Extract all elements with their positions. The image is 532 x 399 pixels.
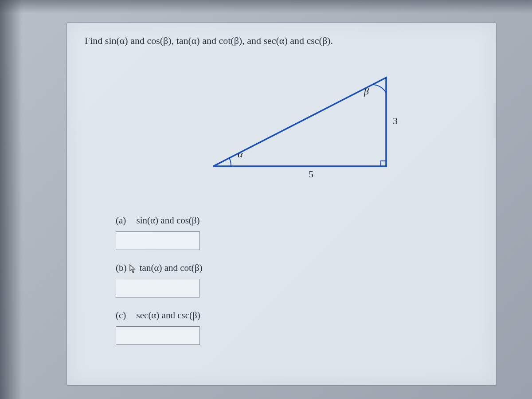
part-b-letter: (b) (116, 262, 127, 273)
part-c-input[interactable] (116, 326, 200, 345)
side-right-label: 3 (393, 115, 398, 127)
photo-edge-top (0, 0, 532, 13)
part-c-letter: (c) (116, 310, 126, 321)
subquestions: (a) sin(α) and cos(β) (b) tan(α) and cot… (116, 215, 478, 345)
part-a-text: sin(α) and cos(β) (137, 215, 200, 226)
part-a: (a) sin(α) and cos(β) (116, 215, 478, 250)
angle-beta-label: β (364, 86, 369, 97)
part-b-text: tan(α) and cot(β) (140, 262, 203, 273)
part-a-label: (a) sin(α) and cos(β) (116, 215, 200, 226)
part-c: (c) sec(α) and csc(β) (116, 310, 478, 345)
part-a-letter: (a) (116, 215, 126, 226)
triangle-figure: α β 5 3 (196, 69, 417, 193)
triangle-svg (196, 69, 417, 184)
part-c-text: sec(α) and csc(β) (137, 310, 200, 321)
angle-alpha-label: α (238, 149, 243, 160)
problem-panel: Find sin(α) and cos(β), tan(α) and cot(β… (66, 22, 497, 386)
part-b-input[interactable] (116, 279, 200, 297)
part-a-input[interactable] (116, 231, 200, 250)
part-c-label: (c) sec(α) and csc(β) (116, 310, 200, 321)
part-b-label: (b) tan(α) and cot(β) (116, 262, 203, 274)
photo-edge-left (0, 0, 22, 399)
part-b: (b) tan(α) and cot(β) (116, 262, 478, 297)
question-prompt: Find sin(α) and cos(β), tan(α) and cot(β… (85, 35, 478, 47)
side-bottom-label: 5 (309, 168, 313, 180)
cursor-icon (129, 264, 137, 274)
